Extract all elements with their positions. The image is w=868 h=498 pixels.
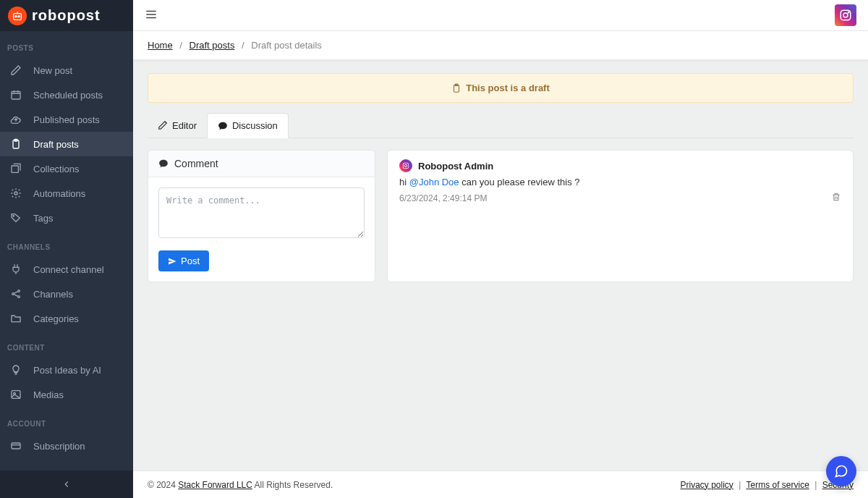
calendar-icon (10, 89, 22, 101)
sidebar-item-label: Automations (33, 188, 85, 199)
commenter-name: Robopost Admin (418, 161, 493, 172)
collection-icon (10, 163, 22, 174)
svg-rect-20 (403, 163, 409, 169)
footer-privacy-link[interactable]: Privacy policy (681, 480, 733, 490)
sidebar-item-label: Scheduled posts (33, 90, 103, 101)
svg-point-8 (13, 216, 14, 216)
sidebar-item-post-ideas[interactable]: Post Ideas by AI (0, 358, 133, 382)
user-avatar[interactable] (835, 4, 856, 26)
chat-bubble-icon (834, 464, 848, 478)
sidebar-heading-channels: CHANNELS (0, 230, 133, 257)
breadcrumb-parent[interactable]: Draft posts (190, 40, 235, 51)
breadcrumb-current: Draft post details (251, 40, 322, 51)
sidebar-item-label: Tags (33, 213, 53, 224)
comment-panel: Comment Post (148, 150, 375, 282)
clipboard-icon (10, 138, 22, 150)
footer-terms-link[interactable]: Terms of service (746, 480, 809, 490)
footer: © 2024 Stack Forward LLC All Rights Rese… (133, 470, 868, 498)
brand-name: robopost (32, 7, 101, 24)
content: This post is a draft Editor Discussion C… (133, 60, 868, 470)
chevron-left-icon (61, 479, 72, 489)
footer-company-link[interactable]: Stack Forward LLC (178, 480, 252, 490)
commenter-avatar (399, 159, 412, 172)
sidebar-item-connect-channel[interactable]: Connect channel (0, 257, 133, 282)
sidebar-item-label: Channels (33, 289, 73, 300)
sidebar-item-medias[interactable]: Medias (0, 382, 133, 407)
svg-point-1 (15, 15, 17, 17)
sidebar-item-categories[interactable]: Categories (0, 306, 133, 331)
instagram-icon (839, 9, 852, 22)
bulb-icon (10, 364, 22, 376)
sidebar-item-label: Connect channel (33, 264, 104, 275)
topbar (133, 0, 868, 31)
folder-icon (10, 313, 22, 324)
tab-editor[interactable]: Editor (148, 113, 207, 138)
tag-icon (10, 212, 22, 224)
svg-point-17 (848, 12, 849, 13)
draft-banner-text: This post is a draft (466, 83, 550, 93)
comment-text: hi @John Doe can you please review this … (399, 177, 841, 187)
help-chat-button[interactable] (826, 456, 856, 486)
gear-icon (10, 187, 22, 199)
comment-timestamp: 6/23/2024, 2:49:14 PM (399, 193, 487, 203)
edit-icon (158, 120, 168, 130)
svg-rect-6 (12, 166, 18, 172)
menu-toggle[interactable] (145, 8, 158, 23)
delete-comment-button[interactable] (831, 192, 841, 204)
chat-icon (218, 121, 228, 131)
breadcrumb: Home / Draft posts / Draft post details (133, 31, 868, 60)
svg-point-16 (843, 13, 848, 17)
sidebar-item-draft-posts[interactable]: Draft posts (0, 132, 133, 156)
comment-item: Robopost Admin hi @John Doe can you plea… (399, 159, 841, 204)
svg-rect-3 (12, 91, 20, 99)
sidebar-item-new-post[interactable]: New post (0, 58, 133, 83)
svg-point-11 (18, 296, 20, 298)
post-button-label: Post (181, 256, 200, 266)
svg-point-10 (18, 290, 20, 292)
post-comment-button[interactable]: Post (158, 250, 209, 271)
sidebar-item-label: Post Ideas by AI (33, 365, 101, 376)
sidebar-item-subscription[interactable]: Subscription (0, 434, 133, 458)
clipboard-icon (451, 83, 461, 93)
trash-icon (831, 192, 841, 202)
mention[interactable]: @John Doe (409, 177, 459, 187)
discussion-thread: Robopost Admin hi @John Doe can you plea… (387, 150, 854, 282)
image-icon (10, 389, 22, 400)
svg-point-9 (12, 293, 14, 295)
comment-panel-title: Comment (174, 158, 218, 169)
svg-point-7 (14, 192, 17, 195)
send-icon (168, 257, 176, 266)
plug-icon (10, 263, 22, 275)
logo[interactable]: robopost (0, 0, 133, 31)
tab-discussion[interactable]: Discussion (207, 113, 289, 138)
sidebar-item-automations[interactable]: Automations (0, 181, 133, 206)
svg-point-21 (404, 164, 407, 166)
sidebar-heading-content: CONTENT (0, 331, 133, 358)
breadcrumb-home[interactable]: Home (148, 40, 173, 51)
sidebar-item-tags[interactable]: Tags (0, 206, 133, 230)
hamburger-icon (145, 8, 158, 21)
tab-label: Discussion (232, 120, 278, 131)
svg-rect-0 (14, 13, 22, 20)
share-icon (10, 288, 22, 300)
instagram-icon (402, 162, 409, 169)
sidebar-item-label: Medias (33, 389, 64, 400)
sidebar-item-label: Collections (33, 164, 80, 174)
card-icon (10, 440, 22, 452)
sidebar-heading-posts: POSTS (0, 31, 133, 58)
svg-rect-14 (12, 443, 20, 449)
sidebar: robopost POSTS New post Scheduled posts … (0, 0, 133, 498)
sidebar-heading-account: ACCOUNT (0, 407, 133, 434)
sidebar-item-label: Draft posts (33, 139, 79, 150)
sidebar-collapse-button[interactable] (0, 470, 133, 498)
comment-panel-header: Comment (148, 151, 375, 177)
comment-input[interactable] (158, 187, 365, 238)
cloud-icon (10, 114, 22, 125)
sidebar-item-channels[interactable]: Channels (0, 282, 133, 306)
sidebar-item-collections[interactable]: Collections (0, 156, 133, 181)
sidebar-item-label: Subscription (33, 441, 85, 452)
sidebar-item-label: Categories (33, 313, 79, 324)
sidebar-item-published-posts[interactable]: Published posts (0, 107, 133, 132)
sidebar-item-scheduled-posts[interactable]: Scheduled posts (0, 83, 133, 107)
chat-icon (158, 159, 169, 169)
